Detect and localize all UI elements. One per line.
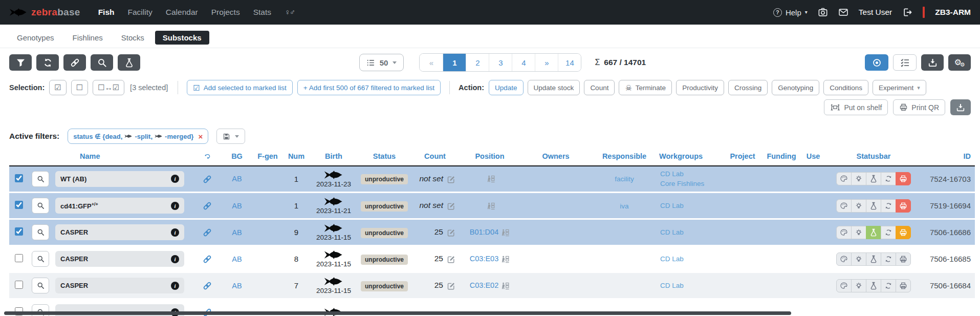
row-search-button[interactable] xyxy=(32,171,49,187)
column-header-use[interactable]: Use xyxy=(800,150,826,166)
export-button[interactable] xyxy=(921,54,944,71)
horizontal-scrollbar[interactable] xyxy=(4,311,791,315)
page-button-»[interactable]: » xyxy=(535,54,558,71)
help-menu[interactable]: ? Help ▾ xyxy=(773,8,808,17)
position-link[interactable]: C03:E03 xyxy=(470,255,498,263)
row-search-button[interactable] xyxy=(32,278,49,293)
flask-button[interactable] xyxy=(118,54,140,71)
position-link[interactable]: B01:D04 xyxy=(470,228,498,236)
action-genotyping-button[interactable]: Genotyping xyxy=(772,80,819,95)
settings-button[interactable]: ⚙⚙ xyxy=(948,54,971,71)
shelf-icon[interactable] xyxy=(501,281,510,289)
row-select-checkbox[interactable] xyxy=(15,254,23,262)
shelf-icon[interactable] xyxy=(501,255,510,263)
logout-button[interactable] xyxy=(902,7,912,17)
edit-count-button[interactable] xyxy=(447,282,455,290)
statusbar-flask-button[interactable] xyxy=(866,252,881,266)
statusbar-palette-button[interactable] xyxy=(836,252,852,266)
tab-genotypes[interactable]: Genotypes xyxy=(9,31,62,45)
statusbar-flask-button[interactable] xyxy=(866,199,881,213)
statusbar-printer-button[interactable] xyxy=(896,226,911,239)
name-field[interactable]: CASPERi xyxy=(55,251,184,267)
background-link[interactable]: AB xyxy=(232,228,242,237)
workgroup-link[interactable]: CD Lab xyxy=(660,201,721,211)
nav-item-stats[interactable]: Stats xyxy=(247,8,278,17)
action-conditions-button[interactable]: Conditions xyxy=(823,80,868,95)
tab-substocks[interactable]: Substocks xyxy=(155,31,209,45)
status-filter-pill[interactable]: status ∉ {dead, -split, -merged} × xyxy=(68,129,208,144)
column-header-fgen[interactable]: F-gen xyxy=(252,150,284,166)
action-update-stock-button[interactable]: Update stock xyxy=(528,80,580,95)
brand-logo[interactable]: zebrabase xyxy=(9,5,80,19)
nav-item-facility[interactable]: Facility xyxy=(121,8,159,17)
download-labels-button[interactable] xyxy=(950,99,971,115)
column-header-name[interactable]: Name xyxy=(53,150,192,166)
action-productivity-button[interactable]: Productivity xyxy=(676,80,724,95)
row-select-checkbox[interactable] xyxy=(15,201,23,209)
statusbar-recycle-button[interactable] xyxy=(881,252,896,266)
remove-filter-icon[interactable]: × xyxy=(198,132,203,141)
edit-count-button[interactable] xyxy=(447,255,455,264)
statusbar-recycle-button[interactable] xyxy=(881,279,896,292)
name-field[interactable]: WT (AB)i xyxy=(55,171,184,187)
invert-selection-button[interactable]: ☐↔☑ xyxy=(93,80,124,95)
nav-item-projects[interactable]: Projects xyxy=(205,8,247,17)
column-header-bg[interactable]: BG xyxy=(222,150,252,166)
statusbar-palette-button[interactable] xyxy=(836,199,852,213)
action-update-button[interactable]: Update xyxy=(489,80,524,95)
filter-button[interactable] xyxy=(9,54,32,71)
workgroup-link[interactable]: Core Fishlines xyxy=(660,179,721,189)
page-button-2[interactable]: 2 xyxy=(466,54,489,71)
statusbar-recycle-button[interactable] xyxy=(881,226,896,239)
page-button-1[interactable]: 1 xyxy=(443,54,466,71)
scan-mode-button[interactable] xyxy=(865,54,888,71)
name-field[interactable]: CASPERi xyxy=(55,278,184,293)
workgroup-link[interactable]: CD Lab xyxy=(660,227,721,238)
statusbar-lightbulb-button[interactable] xyxy=(851,279,866,292)
column-header-position[interactable]: Position xyxy=(460,150,520,166)
statusbar-palette-button[interactable] xyxy=(836,172,852,185)
tab-fishlines[interactable]: Fishlines xyxy=(65,31,111,45)
chain-link-icon[interactable] xyxy=(203,174,212,182)
column-header-status[interactable]: Status xyxy=(358,150,410,166)
background-link[interactable]: AB xyxy=(232,282,242,290)
action-crossing-button[interactable]: Crossing xyxy=(728,80,768,95)
chain-link-icon[interactable] xyxy=(203,228,212,236)
background-link[interactable]: AB xyxy=(232,255,242,263)
row-select-checkbox[interactable] xyxy=(15,174,23,182)
save-filter-dropdown[interactable] xyxy=(216,129,245,144)
statusbar-recycle-button[interactable] xyxy=(881,172,896,185)
column-header-owners[interactable]: Owners xyxy=(520,150,592,166)
column-header-statusbar[interactable]: Statusbar xyxy=(826,150,921,166)
statusbar-palette-button[interactable] xyxy=(836,226,852,239)
nav-item-fish[interactable]: Fish xyxy=(92,8,121,17)
statusbar-lightbulb-button[interactable] xyxy=(851,252,866,266)
column-header-project[interactable]: Project xyxy=(723,150,763,166)
statusbar-lightbulb-button[interactable] xyxy=(851,226,866,239)
edit-count-button[interactable] xyxy=(447,202,455,210)
shelf-icon[interactable] xyxy=(487,201,495,209)
column-header-funding[interactable]: Funding xyxy=(763,150,800,166)
name-field[interactable]: cd41:GFP+/+i xyxy=(55,198,184,214)
scanner-button[interactable] xyxy=(818,7,828,17)
row-select-checkbox[interactable] xyxy=(15,227,23,236)
edit-count-button[interactable] xyxy=(447,175,455,184)
page-size-dropdown[interactable]: 50 xyxy=(359,54,404,71)
info-icon[interactable]: i xyxy=(171,282,179,290)
chain-link-icon[interactable] xyxy=(203,281,212,289)
statusbar-printer-button[interactable] xyxy=(896,279,911,292)
search-button[interactable] xyxy=(91,54,113,71)
page-button-3[interactable]: 3 xyxy=(489,54,512,71)
responsible-link[interactable]: iva xyxy=(620,202,628,210)
crossing-gender-icon[interactable]: ♀♂ xyxy=(278,8,301,17)
position-link[interactable]: C03:E02 xyxy=(470,281,498,289)
action-terminate-button[interactable]: ☠Terminate xyxy=(619,80,672,95)
chain-link-icon[interactable] xyxy=(203,201,212,209)
statusbar-flask-button[interactable] xyxy=(866,226,881,239)
statusbar-flask-button[interactable] xyxy=(866,279,881,292)
statusbar-printer-button[interactable] xyxy=(896,252,911,266)
link-button[interactable] xyxy=(63,54,86,71)
column-header-workgroups[interactable]: Workgroups xyxy=(657,150,723,166)
column-header-lineage[interactable] xyxy=(192,150,222,166)
statusbar-lightbulb-button[interactable] xyxy=(851,172,866,185)
